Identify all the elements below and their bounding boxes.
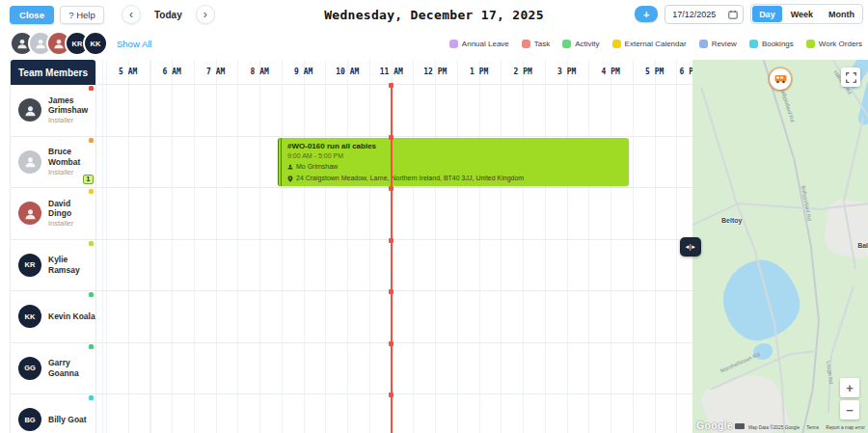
- help-button[interactable]: ? Help: [60, 6, 104, 24]
- person-icon: [23, 206, 38, 221]
- panel-resize-handle[interactable]: ◂|▸: [680, 237, 701, 257]
- map-data-attribution: Map Data ©2025 Google: [748, 425, 800, 430]
- prev-day-button[interactable]: ‹: [122, 5, 141, 24]
- person-icon: [23, 103, 38, 118]
- view-tab-week[interactable]: Week: [783, 5, 821, 23]
- person-icon: [15, 37, 29, 50]
- zoom-out-button[interactable]: −: [840, 400, 859, 419]
- road: [787, 350, 818, 356]
- top-toolbar: Close ? Help ‹ Today › Wednesday, Decemb…: [0, 0, 868, 29]
- person-icon: [287, 164, 293, 170]
- town-label-ball: Ball: [857, 242, 868, 249]
- work-order-event[interactable]: #WO-0160 run all cables 9:00 AM - 5:00 P…: [278, 138, 629, 186]
- filter-legend-row: KR KK Show All Annual Leave Task Activit…: [0, 29, 868, 58]
- member-row-david-dingo[interactable]: David Dingo Installer: [11, 188, 95, 240]
- hour-label: 1 PM: [457, 68, 502, 76]
- timeline-row-david-dingo[interactable]: [96, 188, 692, 240]
- current-time-dot: [389, 83, 393, 88]
- road: [810, 248, 820, 321]
- status-dot: [89, 86, 94, 91]
- member-name: Kylie Ramsay: [48, 255, 95, 275]
- status-dot: [89, 241, 94, 246]
- legend-chip: [612, 40, 621, 48]
- avatar-kk[interactable]: KK: [83, 31, 108, 56]
- legend-task: Task: [522, 40, 550, 48]
- town-label-beltoy: Beltoy: [721, 217, 742, 224]
- legend-chip: [749, 40, 758, 48]
- today-button[interactable]: Today: [154, 10, 182, 20]
- date-input[interactable]: [670, 9, 724, 20]
- timeline-row-garry-goanna[interactable]: [96, 343, 692, 395]
- member-name: Garry Goanna: [48, 358, 95, 378]
- zoom-in-button[interactable]: +: [840, 378, 859, 397]
- member-avatar: BG: [18, 408, 41, 431]
- member-role: Installer: [48, 219, 95, 229]
- person-icon: [52, 37, 66, 50]
- member-row-kevin-koala[interactable]: KK Kevin Koala: [11, 291, 95, 343]
- legend-chip: [806, 40, 815, 48]
- view-tab-day[interactable]: Day: [752, 6, 782, 22]
- member-name: Billy Goat: [48, 415, 87, 425]
- timeline-body: #WO-0160 run all cables 9:00 AM - 5:00 P…: [96, 85, 692, 433]
- status-dot: [89, 344, 94, 349]
- road-label: Lough Rd: [826, 361, 834, 384]
- hour-label: 2 PM: [502, 68, 546, 76]
- hour-label: 11 AM: [369, 68, 414, 76]
- road: [737, 203, 826, 210]
- vehicle-marker[interactable]: [770, 68, 791, 90]
- current-time-dot: [389, 135, 393, 140]
- road: [812, 320, 820, 390]
- current-time-dot: [389, 289, 393, 294]
- member-row-garry-goanna[interactable]: GG Garry Goanna: [11, 343, 95, 395]
- resize-arrows-icon: ◂|▸: [686, 243, 695, 251]
- close-button[interactable]: Close: [10, 6, 54, 24]
- map-panel[interactable]: Ballypollard Rd Ballypollard Rd Hillhead…: [692, 60, 868, 433]
- timeline-row-kevin-koala[interactable]: [96, 291, 692, 343]
- timeline-row-james-grimshaw[interactable]: [96, 85, 692, 137]
- member-role: Installer: [48, 116, 95, 125]
- team-avatar-strip: KR KK Show All: [10, 31, 151, 56]
- show-all-link[interactable]: Show All: [117, 39, 151, 49]
- scheduler-app: Close ? Help ‹ Today › Wednesday, Decemb…: [0, 0, 868, 433]
- keyboard-shortcuts-icon[interactable]: [735, 423, 745, 429]
- member-name: James Grimshaw: [48, 95, 95, 116]
- current-time-dot: [389, 238, 393, 243]
- date-picker[interactable]: [665, 5, 744, 24]
- view-tab-month[interactable]: Month: [821, 5, 862, 23]
- current-time-dot: [389, 341, 393, 346]
- event-person-line: Mo Grimshaw: [287, 163, 623, 171]
- terms-link[interactable]: Terms: [806, 425, 819, 430]
- legend-chip: [562, 40, 571, 48]
- member-name: Bruce Wombat: [48, 147, 95, 167]
- member-row-kylie-ramsay[interactable]: KR Kylie Ramsay: [11, 240, 95, 292]
- person-icon: [23, 154, 38, 169]
- status-dot: [89, 189, 94, 194]
- hour-label: 6 AM: [150, 68, 195, 76]
- timeline-row-billy-goat[interactable]: [96, 394, 692, 433]
- van-icon: [774, 74, 787, 84]
- person-icon: [34, 37, 47, 50]
- legend-bookings: Bookings: [749, 40, 794, 48]
- road: [843, 118, 864, 203]
- next-day-button[interactable]: ›: [196, 5, 215, 24]
- member-row-bruce-wombat[interactable]: Bruce Wombat Installer 1: [11, 137, 95, 189]
- event-address-line: 24 Craigstown Meadow, Larne, Northern Ir…: [287, 175, 623, 182]
- location-pin-icon: [287, 176, 293, 182]
- hour-label: 7 AM: [194, 68, 238, 76]
- google-logo[interactable]: Google: [696, 419, 733, 431]
- legend-review: Review: [699, 40, 737, 48]
- legend-chip: [522, 40, 530, 48]
- member-avatar: [18, 150, 41, 174]
- legend-external-calendar: External Calendar: [612, 40, 687, 48]
- add-button[interactable]: +: [635, 6, 658, 22]
- timeline-row-kylie-ramsay[interactable]: [96, 240, 692, 292]
- fullscreen-icon: [846, 72, 856, 83]
- fullscreen-button[interactable]: [841, 68, 860, 87]
- member-row-billy-goat[interactable]: BG Billy Goat: [11, 394, 95, 433]
- member-row-james-grimshaw[interactable]: James Grimshaw Installer: [11, 85, 95, 137]
- calendar-icon: [728, 10, 738, 19]
- event-address: 24 Craigstown Meadow, Larne, Northern Ir…: [296, 175, 524, 182]
- report-error-link[interactable]: Report a map error: [826, 425, 865, 430]
- team-members-header: Team Members: [11, 60, 95, 85]
- team-members-panel: Team Members James Grimshaw Installer Br…: [10, 60, 96, 433]
